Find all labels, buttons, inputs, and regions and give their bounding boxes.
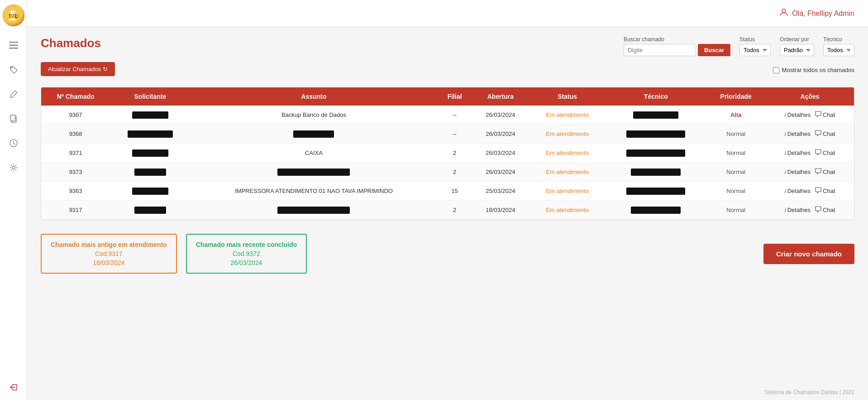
card-oldest-date: 18/03/2024 [51, 259, 167, 266]
chat-label: Chat [823, 130, 835, 137]
detalhes-link[interactable]: i Detalhes [785, 169, 811, 175]
cell-numero: 9368 [41, 125, 110, 144]
sidebar-edit-icon[interactable] [5, 86, 22, 102]
cell-abertura: 26/03/2024 [472, 144, 529, 163]
detalhes-label: Detalhes [787, 111, 811, 118]
cell-tecnico [606, 201, 706, 220]
sidebar-clock-icon[interactable] [5, 135, 22, 151]
info-icon: i [785, 207, 786, 213]
show-all-checkbox[interactable] [773, 67, 779, 73]
cell-assunto [191, 163, 438, 182]
info-icon: i [785, 169, 786, 175]
update-button[interactable]: Atualizar Chamados ↻ [41, 62, 115, 76]
card-recent-code: Cod.9372 [196, 250, 297, 257]
cell-abertura: 26/03/2024 [472, 163, 529, 182]
cell-status: Em atendimento [529, 201, 606, 220]
detalhes-label: Detalhes [787, 188, 811, 194]
detalhes-link[interactable]: i Detalhes [785, 207, 811, 213]
detalhes-link[interactable]: i Detalhes [785, 111, 811, 118]
tech-filter-select[interactable]: Todos [823, 44, 854, 56]
sidebar-gear-icon[interactable] [5, 159, 22, 176]
chat-link[interactable]: Chat [815, 168, 835, 176]
cell-status: Em atendimento [529, 125, 606, 144]
card-oldest-code: Cod.9317 [51, 250, 167, 257]
search-button[interactable]: Buscar [698, 44, 730, 56]
cell-prioridade: Normal [706, 144, 766, 163]
chat-link[interactable]: Chat [815, 187, 835, 195]
cell-filial: 2 [437, 163, 472, 182]
table-row: 9317218/03/2024Em atendimentoNormal i De… [41, 201, 854, 220]
sidebar-logout-icon[interactable] [5, 379, 22, 395]
chat-icon [815, 111, 821, 119]
sidebar-copy-icon[interactable] [5, 111, 22, 127]
card-recent: Chamado mais recente concluído Cod.9372 … [186, 234, 307, 274]
cell-assunto: CAIXA [191, 144, 438, 163]
status-badge: Em atendimento [546, 149, 589, 156]
card-oldest-title: Chamado mais antigo em atendimento [51, 241, 167, 248]
priority-value: Normal [726, 207, 745, 213]
status-filter-select[interactable]: Todos [739, 44, 771, 56]
status-filter-label: Status [739, 36, 755, 43]
show-all-label[interactable]: Mostrar todos os chamados [782, 67, 854, 73]
sidebar-tag-icon[interactable] [5, 62, 22, 78]
status-badge: Em atendimento [546, 188, 589, 194]
cell-status: Em atendimento [529, 182, 606, 201]
table-row: 9368--26/03/2024Em atendimentoNormal i D… [41, 125, 854, 144]
logo: 🧑‍🍳 [3, 5, 24, 26]
card-recent-title: Chamado mais recente concluído [196, 241, 297, 248]
chat-link[interactable]: Chat [815, 206, 835, 214]
chat-link[interactable]: Chat [815, 130, 835, 138]
cell-prioridade: Normal [706, 182, 766, 201]
card-recent-date: 26/03/2024 [196, 259, 297, 266]
tech-filter-label: Técnico [823, 36, 842, 43]
col-acoes: Ações [766, 87, 854, 106]
cell-tecnico [606, 163, 706, 182]
cell-solicitante [110, 201, 190, 220]
cell-filial: 2 [437, 144, 472, 163]
cell-assunto [191, 125, 438, 144]
chat-icon [815, 130, 821, 138]
cell-acoes: i Detalhes Chat [766, 106, 854, 125]
content-area: Chamados Buscar chamado Buscar Status To… [27, 27, 868, 385]
cell-solicitante [110, 106, 190, 125]
show-all-wrap: Mostrar todos os chamados [773, 67, 854, 73]
detalhes-link[interactable]: i Detalhes [785, 130, 811, 137]
chat-link[interactable]: Chat [815, 111, 835, 119]
sidebar-menu-icon[interactable] [5, 37, 22, 53]
info-icon: i [785, 130, 786, 137]
detalhes-label: Detalhes [787, 169, 811, 175]
info-icon: i [785, 149, 786, 156]
detalhes-link[interactable]: i Detalhes [785, 149, 811, 156]
priority-value: Alta [730, 111, 742, 118]
order-filter-label: Ordenar por [780, 36, 809, 43]
chat-label: Chat [823, 188, 835, 194]
chat-link[interactable]: Chat [815, 149, 835, 157]
order-filter-group: Ordenar por Padrão [780, 36, 814, 56]
card-oldest: Chamado mais antigo em atendimento Cod.9… [41, 234, 177, 274]
cell-numero: 9363 [41, 182, 110, 201]
order-filter-select[interactable]: Padrão [780, 44, 814, 56]
col-abertura: Abertura [472, 87, 529, 106]
cell-solicitante [110, 163, 190, 182]
status-badge: Em atendimento [546, 111, 589, 118]
top-bar-actions: Buscar chamado Buscar Status Todos Orden… [624, 36, 854, 56]
cell-filial: -- [437, 106, 472, 125]
user-label: Olá, Fhellipy Admin [792, 10, 854, 18]
status-badge: Em atendimento [546, 169, 589, 175]
cell-numero: 9367 [41, 106, 110, 125]
info-icon: i [785, 188, 786, 194]
detalhes-link[interactable]: i Detalhes [785, 188, 811, 194]
search-input[interactable] [624, 44, 696, 56]
detalhes-label: Detalhes [787, 149, 811, 156]
cell-tecnico [606, 106, 706, 125]
logo-image: 🧑‍🍳 [3, 5, 24, 26]
svg-point-7 [782, 9, 786, 13]
info-icon: i [785, 111, 786, 118]
create-button[interactable]: Criar novo chamado [763, 244, 854, 264]
cell-abertura: 26/03/2024 [472, 106, 529, 125]
cell-solicitante [110, 182, 190, 201]
main-area: Olá, Fhellipy Admin Chamados Buscar cham… [27, 0, 868, 400]
cell-tecnico [606, 144, 706, 163]
footer-text: Sistema de Chamados Dantas | 2022 [764, 389, 854, 395]
col-filial: Filial [437, 87, 472, 106]
